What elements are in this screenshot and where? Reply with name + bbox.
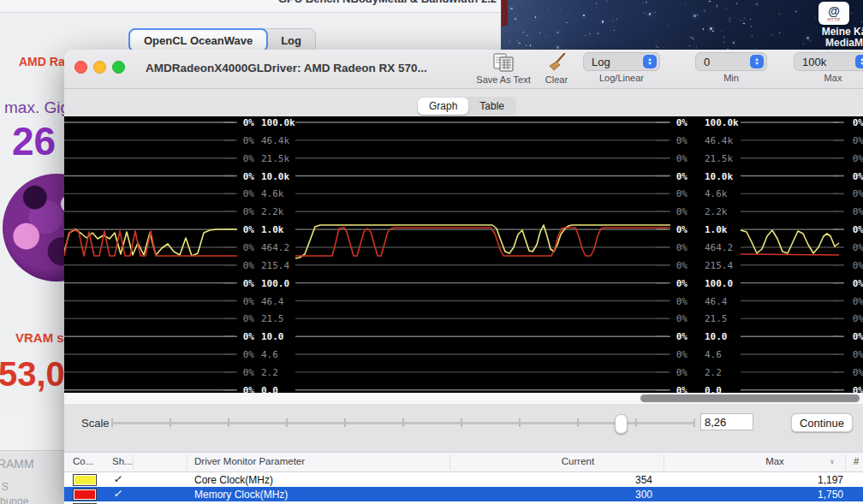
svg-text:0%: 0% bbox=[676, 135, 688, 146]
table-row[interactable]: ✓Memory Clock(MHz)3001,750 bbox=[64, 487, 863, 501]
svg-text:21.5: 21.5 bbox=[705, 313, 728, 324]
svg-text:0%: 0% bbox=[243, 224, 255, 235]
svg-text:0%: 0% bbox=[676, 206, 688, 217]
svg-text:0%: 0% bbox=[676, 331, 688, 342]
shown-checkmark-icon[interactable]: ✓ bbox=[113, 488, 124, 500]
svg-text:0%: 0% bbox=[243, 313, 255, 324]
svg-text:0%: 0% bbox=[853, 171, 863, 182]
svg-text:0%: 0% bbox=[676, 224, 688, 235]
metric1-value: 26 bbox=[12, 118, 56, 164]
svg-text:21.5k: 21.5k bbox=[705, 153, 733, 164]
color-swatch[interactable] bbox=[73, 474, 97, 486]
max-field[interactable]: 100k ▲▼ bbox=[794, 52, 863, 71]
svg-text:100.0k: 100.0k bbox=[705, 117, 739, 128]
color-swatch[interactable] bbox=[73, 489, 97, 501]
slider-thumb[interactable] bbox=[615, 414, 628, 434]
svg-text:100.0: 100.0 bbox=[261, 278, 289, 289]
svg-text:0%: 0% bbox=[243, 367, 255, 378]
svg-text:1.0k: 1.0k bbox=[261, 224, 284, 235]
svg-text:464.2: 464.2 bbox=[705, 242, 733, 253]
graph-horizontal-scrollbar[interactable] bbox=[64, 393, 863, 404]
close-button[interactable] bbox=[74, 61, 87, 74]
stepper-icon[interactable]: ▲▼ bbox=[855, 55, 863, 68]
svg-text:0.0: 0.0 bbox=[705, 385, 722, 393]
stepper-icon[interactable]: ▲▼ bbox=[750, 55, 764, 68]
svg-text:0%: 0% bbox=[676, 385, 688, 393]
scrollbar-thumb[interactable] bbox=[640, 394, 860, 402]
svg-text:0%: 0% bbox=[853, 117, 863, 128]
svg-text:0%: 0% bbox=[243, 206, 255, 217]
svg-text:10.0: 10.0 bbox=[261, 331, 284, 342]
titlebar[interactable]: AMDRadeonX4000GLDriver: AMD Radeon RX 57… bbox=[64, 50, 863, 89]
svg-text:0%: 0% bbox=[676, 153, 688, 164]
svg-text:46.4: 46.4 bbox=[261, 296, 284, 307]
svg-text:21.5k: 21.5k bbox=[261, 153, 289, 164]
svg-text:46.4: 46.4 bbox=[705, 296, 728, 307]
gpu-name-text: AMD Ra bbox=[19, 55, 65, 68]
svg-text:4.6k: 4.6k bbox=[261, 188, 284, 199]
zoom-button[interactable] bbox=[112, 61, 125, 74]
graph-canvas: 0%100.0k0%100.0k0%0%46.4k0%46.4k0%0%21.5… bbox=[64, 116, 863, 393]
col-header-parameter[interactable]: Driver Monitor Parameter bbox=[194, 456, 305, 466]
tab-table[interactable]: Table bbox=[468, 98, 515, 115]
parameter-table: Co... Sh... Driver Monitor Parameter Cur… bbox=[64, 452, 863, 504]
svg-text:0%: 0% bbox=[243, 296, 255, 307]
col-header-color[interactable]: Co... bbox=[73, 456, 93, 466]
svg-text:1.0k: 1.0k bbox=[705, 224, 728, 235]
svg-text:0%: 0% bbox=[676, 171, 688, 182]
table-row[interactable]: ✓Core Clock(MHz)3541,197 bbox=[64, 472, 863, 487]
svg-text:0.0: 0.0 bbox=[261, 385, 278, 393]
svg-text:10.0k: 10.0k bbox=[261, 171, 289, 182]
table-body: ✓Core Clock(MHz)3541,197✓Memory Clock(MH… bbox=[64, 472, 863, 504]
minimize-button[interactable] bbox=[93, 61, 106, 74]
svg-text:0%: 0% bbox=[676, 188, 688, 199]
shown-checkmark-icon[interactable]: ✓ bbox=[113, 473, 124, 485]
current-value: 300 bbox=[635, 489, 652, 501]
col-header-count[interactable]: # bbox=[854, 456, 859, 466]
svg-text:0%: 0% bbox=[853, 349, 863, 360]
bottom-fragment-3: bunge bbox=[0, 495, 28, 504]
log-linear-popup[interactable]: Log ▲▼ bbox=[583, 52, 660, 71]
col-header-current[interactable]: Current bbox=[514, 456, 642, 466]
continue-button[interactable]: Continue bbox=[791, 413, 853, 432]
svg-text:0%: 0% bbox=[243, 153, 255, 164]
svg-text:4.6k: 4.6k bbox=[705, 188, 728, 199]
clear-button[interactable]: Clear bbox=[541, 52, 572, 85]
background-bottom-panel: GRAMM S bunge bbox=[0, 409, 64, 504]
svg-text:0%: 0% bbox=[676, 313, 688, 324]
svg-text:4.6: 4.6 bbox=[261, 349, 278, 360]
col-header-show[interactable]: Sh... bbox=[112, 456, 133, 466]
desktop-wallpaper: @ HTTP Meine Käufe MediaMark bbox=[501, 0, 863, 50]
bottom-fragment-2: S bbox=[2, 481, 9, 493]
svg-text:215.4: 215.4 bbox=[261, 260, 289, 271]
window-title: AMDRadeonX4000GLDriver: AMD Radeon RX 57… bbox=[146, 62, 427, 74]
svg-text:0%: 0% bbox=[676, 242, 688, 253]
save-as-text-button[interactable]: Save As Text bbox=[473, 52, 533, 85]
svg-text:0%: 0% bbox=[853, 331, 863, 342]
svg-text:0%: 0% bbox=[243, 385, 255, 393]
svg-text:0%: 0% bbox=[243, 278, 255, 289]
tab-graph[interactable]: Graph bbox=[418, 98, 468, 115]
driver-monitor-window: AMDRadeonX4000GLDriver: AMD Radeon RX 57… bbox=[64, 50, 863, 504]
svg-text:0%: 0% bbox=[676, 117, 688, 128]
col-header-max[interactable]: Max bbox=[711, 456, 839, 466]
max-value: 1,197 bbox=[818, 474, 843, 486]
scale-value-field[interactable] bbox=[700, 413, 753, 430]
background-window-title: GPU Bench NBodyMetal & Bandwidth 2.2 bbox=[278, 0, 497, 5]
svg-text:0%: 0% bbox=[243, 260, 255, 271]
svg-text:0%: 0% bbox=[243, 135, 255, 146]
tab-log[interactable]: Log bbox=[267, 29, 315, 51]
tab-opencl-oceanwave[interactable]: OpenCL OceanWave bbox=[128, 28, 268, 52]
monitor-graph: 0%100.0k0%100.0k0%0%46.4k0%46.4k0%0%21.5… bbox=[64, 116, 863, 393]
stepper-icon[interactable]: ▲▼ bbox=[643, 55, 657, 68]
desktop-icon-label[interactable]: Meine Käufe MediaMark bbox=[783, 27, 863, 49]
table-header: Co... Sh... Driver Monitor Parameter Cur… bbox=[64, 452, 863, 472]
svg-text:46.4k: 46.4k bbox=[261, 135, 289, 146]
svg-text:0%: 0% bbox=[853, 260, 863, 271]
scale-slider[interactable] bbox=[111, 404, 695, 452]
webloc-file-icon[interactable]: @ HTTP bbox=[818, 2, 849, 25]
min-field[interactable]: 0 ▲▼ bbox=[695, 52, 767, 71]
at-icon: @ bbox=[828, 5, 840, 17]
max-value: 1,750 bbox=[818, 489, 843, 501]
background-tab-group: OpenCL OceanWave Log bbox=[128, 28, 316, 52]
